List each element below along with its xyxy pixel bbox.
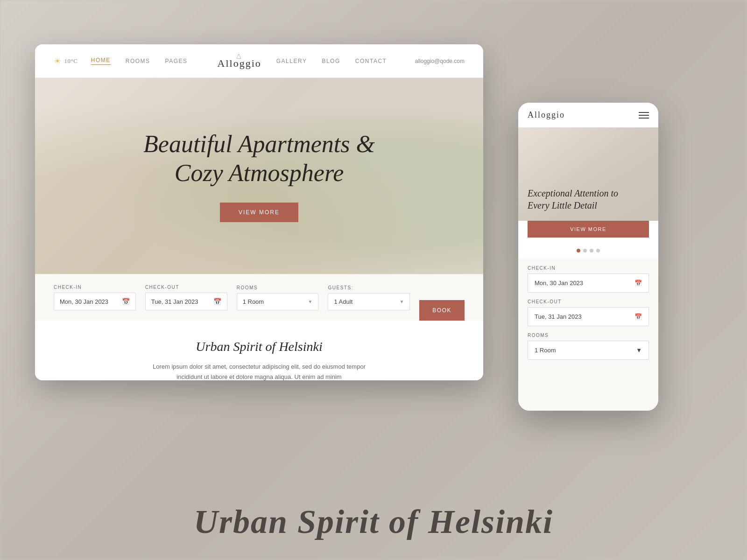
- book-now-button[interactable]: BOOK: [419, 300, 465, 321]
- nav-gallery[interactable]: GALLERY: [276, 58, 307, 64]
- dot-1[interactable]: [577, 249, 580, 252]
- guests-field: GUESTS: 1 Adult ▼: [328, 285, 410, 310]
- mobile-rooms-value: 1 Room: [535, 347, 556, 354]
- mobile-mockup: Alloggio Exceptional Attention to Every …: [518, 103, 658, 411]
- content-title: Urban Spirit of Helsinki: [54, 339, 465, 354]
- mobile-chevron-down-icon: ▼: [636, 347, 642, 354]
- checkout-label: CHECK-OUT: [145, 285, 227, 290]
- mobile-checkout-label: CHECK-OUT: [528, 299, 649, 304]
- dot-4[interactable]: [596, 249, 600, 252]
- dot-2[interactable]: [583, 249, 587, 252]
- mobile-hero: Exceptional Attention to Every Little De…: [518, 127, 658, 221]
- checkin-field: CHECK-IN Mon, 30 Jan 2023 📅: [54, 285, 136, 310]
- nav-rooms[interactable]: ROOMS: [126, 58, 150, 64]
- checkout-input[interactable]: Tue, 31 Jan 2023 📅: [145, 293, 227, 310]
- mobile-rooms-field: ROOMS 1 Room ▼: [528, 333, 649, 360]
- guests-select[interactable]: 1 Adult ▼: [328, 293, 410, 310]
- hamburger-line-2: [639, 115, 649, 116]
- checkin-input[interactable]: Mon, 30 Jan 2023 📅: [54, 293, 136, 310]
- hamburger-line-1: [639, 112, 649, 113]
- mobile-checkin-value: Mon, 30 Jan 2023: [535, 280, 583, 287]
- background-text: Urban Spirit of Helsinki: [194, 503, 553, 541]
- hamburger-line-3: [639, 118, 649, 119]
- mobile-checkout-field: CHECK-OUT Tue, 31 Jan 2023 📅: [528, 299, 649, 326]
- mobile-view-more-button[interactable]: VIEW MORE: [528, 221, 649, 238]
- guests-label: GUESTS:: [328, 285, 410, 290]
- checkin-value: Mon, 30 Jan 2023: [60, 298, 108, 305]
- rooms-value: 1 Room: [243, 298, 264, 305]
- mobile-checkout-value: Tue, 31 Jan 2023: [535, 313, 582, 320]
- mobile-checkin-input[interactable]: Mon, 30 Jan 2023 📅: [528, 273, 649, 293]
- checkout-value: Tue, 31 Jan 2023: [151, 298, 198, 305]
- mobile-logo: Alloggio: [528, 110, 565, 120]
- hero-view-more-button[interactable]: VIEW MORE: [220, 203, 298, 222]
- mobile-calendar-icon-2: 📅: [634, 313, 642, 320]
- content-text: Lorem ipsum dolor sit amet, consectetur …: [142, 362, 376, 380]
- booking-bar: CHECK-IN Mon, 30 Jan 2023 📅 CHECK-OUT Tu…: [35, 274, 483, 321]
- hamburger-menu-button[interactable]: [639, 112, 649, 119]
- nav-links: HOME ROOMS PAGES: [91, 57, 188, 65]
- hero-title-line2: Cozy Atmosphere: [175, 160, 344, 186]
- desktop-hero: Beautiful Apartments & Cozy Atmosphere V…: [35, 78, 483, 274]
- hero-title-line1: Beautiful Apartments &: [143, 131, 375, 157]
- checkin-label: CHECK-IN: [54, 285, 136, 290]
- sun-icon: ☀: [54, 56, 62, 66]
- chevron-down-icon-2: ▼: [399, 299, 404, 304]
- weather-display: ☀ 10°C: [54, 56, 78, 66]
- mobile-checkin-label: CHECK-IN: [528, 266, 649, 271]
- nav-contact[interactable]: CONTACT: [355, 58, 387, 64]
- nav-blog[interactable]: BLOG: [322, 58, 340, 64]
- rooms-select[interactable]: 1 Room ▼: [237, 293, 319, 310]
- mobile-checkout-input[interactable]: Tue, 31 Jan 2023 📅: [528, 307, 649, 326]
- content-area: Urban Spirit of Helsinki Lorem ipsum dol…: [35, 321, 483, 380]
- mobile-calendar-icon: 📅: [634, 280, 642, 287]
- checkout-field: CHECK-OUT Tue, 31 Jan 2023 📅: [145, 285, 227, 310]
- nav-home[interactable]: HOME: [91, 57, 111, 65]
- temperature: 10°C: [64, 57, 78, 65]
- mobile-hero-title: Exceptional Attention to Every Little De…: [528, 187, 618, 211]
- rooms-label: ROOMS: [237, 285, 319, 290]
- mobile-hero-title-line1: Exceptional Attention to: [528, 188, 618, 198]
- mobile-rooms-select[interactable]: 1 Room ▼: [528, 341, 649, 360]
- nav-links-right: GALLERY BLOG CONTACT: [276, 58, 387, 64]
- desktop-mockup: ☀ 10°C HOME ROOMS PAGES Alloggio GALLERY…: [35, 44, 483, 380]
- nav-pages[interactable]: PAGES: [165, 58, 188, 64]
- mobile-booking-form: CHECK-IN Mon, 30 Jan 2023 📅 CHECK-OUT Tu…: [518, 258, 658, 411]
- mobile-hero-title-line2: Every Little Detail: [528, 200, 597, 210]
- calendar-icon: 📅: [122, 298, 130, 305]
- chevron-down-icon: ▼: [308, 299, 313, 304]
- desktop-logo[interactable]: Alloggio: [218, 53, 261, 70]
- mobile-checkin-field: CHECK-IN Mon, 30 Jan 2023 📅: [528, 266, 649, 293]
- carousel-dots: [518, 243, 658, 258]
- guests-value: 1 Adult: [334, 298, 352, 305]
- calendar-icon-2: 📅: [213, 298, 221, 305]
- nav-email: alloggio@qode.com: [415, 58, 465, 64]
- mobile-rooms-label: ROOMS: [528, 333, 649, 338]
- hero-title: Beautiful Apartments & Cozy Atmosphere: [143, 130, 375, 188]
- mobile-nav: Alloggio: [518, 103, 658, 127]
- dot-3[interactable]: [590, 249, 593, 252]
- rooms-field: ROOMS 1 Room ▼: [237, 285, 319, 310]
- desktop-nav: ☀ 10°C HOME ROOMS PAGES Alloggio GALLERY…: [35, 44, 483, 78]
